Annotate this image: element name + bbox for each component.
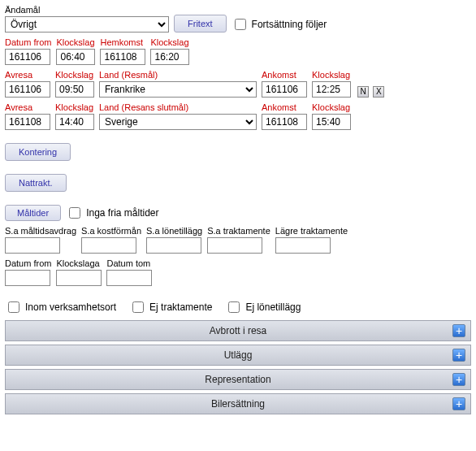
hemkomst-label: Hemkomst <box>100 37 145 47</box>
leg1-avresa-input[interactable] <box>5 81 50 98</box>
leg1-n-button[interactable]: N <box>357 86 369 98</box>
leg1-x-button[interactable]: X <box>373 86 384 98</box>
leg1-land-label: Land (Resmål) <box>99 70 257 80</box>
lagre-trakt-input[interactable] <box>275 237 331 254</box>
datum-from-input[interactable] <box>5 49 50 65</box>
leg1-klock2-label: Klockslag <box>312 70 351 80</box>
d2-from-input[interactable] <box>5 270 50 286</box>
ejlone-chk-wrap[interactable]: Ej lönetillägg <box>225 299 301 315</box>
inom-checkbox[interactable] <box>8 301 19 313</box>
bar-bilersattning[interactable]: Bilersättning + <box>5 393 471 414</box>
klockslag1-label: Klockslag <box>56 37 95 47</box>
inga-fria-label: Inga fria måltider <box>86 207 158 219</box>
leg1-klock-input[interactable] <box>55 81 94 98</box>
sa-kost-label: S.a kostförmån <box>81 226 141 236</box>
lagre-trakt-label: Lägre traktamente <box>275 226 348 236</box>
d2-klock-input[interactable] <box>56 270 102 286</box>
andamal-label: Ändamål <box>5 5 169 15</box>
sa-trakt-label: S.a traktamente <box>207 226 270 236</box>
d2-tom-input[interactable] <box>106 270 152 286</box>
leg1-klock-label: Klockslag <box>55 70 94 80</box>
bar-utlagg[interactable]: Utlägg + <box>5 345 471 366</box>
plus-icon[interactable]: + <box>452 349 465 362</box>
klockslag2-label: Klockslag <box>150 37 189 47</box>
sa-maltids-input[interactable] <box>5 237 60 254</box>
bar-avbrott[interactable]: Avbrott i resa + <box>5 320 471 341</box>
hemkomst-input[interactable] <box>100 49 145 65</box>
leg1-ankomst-input[interactable] <box>262 81 307 98</box>
sa-trakt-input[interactable] <box>207 237 262 254</box>
fortsattning-checkbox-wrap[interactable]: Fortsättning följer <box>232 16 327 33</box>
bar-avbrott-title: Avbrott i resa <box>210 325 266 336</box>
sa-lone-input[interactable] <box>146 237 201 254</box>
bar-bilers-title: Bilersättning <box>211 398 265 410</box>
leg1-ankomst-label: Ankomst <box>262 70 307 80</box>
leg2-klock-input[interactable] <box>55 114 94 130</box>
leg2-klock2-label: Klockslag <box>312 102 351 112</box>
d2-tom-label: Datum tom <box>106 258 152 268</box>
kontering-button[interactable]: Kontering <box>5 143 71 161</box>
leg2-ankomst-input[interactable] <box>262 114 307 130</box>
klockslag1-input[interactable] <box>56 49 95 65</box>
bar-representation-title: Representation <box>205 374 270 385</box>
klockslag2-input[interactable] <box>150 49 189 65</box>
leg2-land-select[interactable]: Sverige <box>99 114 257 130</box>
ejlone-checkbox[interactable] <box>228 301 240 313</box>
fortsattning-checkbox[interactable] <box>235 19 246 30</box>
sa-maltids-label: S.a måltidsavdrag <box>5 226 76 236</box>
leg2-klock-label: Klockslag <box>55 102 94 112</box>
inom-chk-wrap[interactable]: Inom verksamhetsort <box>5 299 116 315</box>
leg2-avresa-label: Avresa <box>5 102 50 112</box>
fortsattning-label: Fortsättning följer <box>252 19 327 30</box>
leg1-land-select[interactable]: Frankrike <box>99 81 257 98</box>
nattrakt-button[interactable]: Nattrakt. <box>5 174 67 192</box>
leg2-klock2-input[interactable] <box>312 114 351 130</box>
leg2-ankomst-label: Ankomst <box>262 102 307 112</box>
sa-lone-label: S.a lönetillägg <box>146 226 202 236</box>
ejtrakt-label: Ej traktamente <box>149 301 212 313</box>
ejtrakt-chk-wrap[interactable]: Ej traktamente <box>129 299 212 315</box>
leg1-klock2-input[interactable] <box>312 81 351 98</box>
d2-klock-label: Klockslaga <box>56 258 102 268</box>
andamal-select[interactable]: Övrigt <box>5 16 169 33</box>
ejlone-label: Ej lönetillägg <box>245 301 301 313</box>
inga-fria-checkbox[interactable] <box>69 207 80 219</box>
maltider-button[interactable]: Måltider <box>5 205 61 221</box>
ejtrakt-checkbox[interactable] <box>132 301 144 313</box>
bar-representation[interactable]: Representation + <box>5 369 471 390</box>
plus-icon[interactable]: + <box>452 324 465 337</box>
leg2-land-label: Land (Resans slutmål) <box>99 102 257 112</box>
leg1-avresa-label: Avresa <box>5 70 50 80</box>
bar-utlagg-title: Utlägg <box>224 349 253 361</box>
leg2-avresa-input[interactable] <box>5 114 50 130</box>
datum-from-label: Datum from <box>5 37 51 47</box>
sa-kost-input[interactable] <box>81 237 136 254</box>
plus-icon[interactable]: + <box>452 373 465 386</box>
fritext-button[interactable]: Fritext <box>174 15 227 33</box>
inom-label: Inom verksamhetsort <box>25 301 116 313</box>
inga-fria-wrap[interactable]: Inga fria måltider <box>66 205 158 221</box>
plus-icon[interactable]: + <box>452 397 465 410</box>
d2-from-label: Datum from <box>5 258 51 268</box>
